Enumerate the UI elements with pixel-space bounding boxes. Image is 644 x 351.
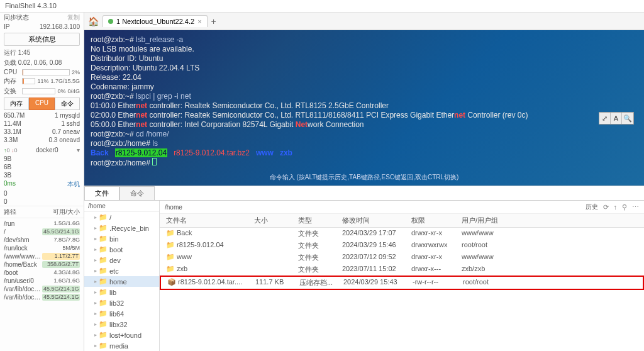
home-icon[interactable]: 🏠	[88, 16, 99, 26]
disk-row[interactable]: /45.5G/214.1G	[0, 228, 84, 236]
chevron-down-icon[interactable]: ▾	[77, 147, 80, 153]
disk-row[interactable]: /run1.5G/1.6G	[0, 220, 84, 228]
tree-item[interactable]: ▸📁etc	[84, 265, 159, 276]
refresh-icon[interactable]: ⟳	[603, 203, 609, 211]
folder-icon: 📁	[99, 256, 108, 264]
tree-item[interactable]: ▸📁/	[84, 212, 159, 223]
net-row: ↑0 ↓0 docker0 ▾	[0, 145, 84, 155]
expand-icon[interactable]: ⤢	[599, 113, 611, 124]
disk-row[interactable]: /home/Back358.8G/2.7T	[0, 260, 84, 269]
more-icon[interactable]: ⋯	[632, 203, 639, 211]
font-icon[interactable]: A	[611, 113, 622, 124]
net-arrows: ↑0 ↓0	[4, 147, 18, 153]
folder-icon: 📁	[99, 331, 108, 339]
current-path: /home	[165, 204, 580, 211]
add-tab-button[interactable]: +	[211, 16, 216, 26]
ip-value: 192.168.3.100	[40, 23, 80, 30]
col-perm[interactable]: 权限	[411, 216, 462, 225]
mem-row: 内存 11% 1.7G/15.5G	[0, 76, 84, 86]
lower-tabs: 文件 命令	[84, 186, 644, 200]
title-bar: FinalShell 4.3.10	[0, 0, 644, 13]
disk-row[interactable]: /run/lock5M/5M	[0, 244, 84, 252]
proc-row: 11.4M1 sshd	[4, 120, 80, 128]
up-icon[interactable]: ↑	[614, 203, 618, 211]
lower-panel: 文件 命令 /home ▸📁/▸📁.Recycle_bin▸📁bin▸📁boot…	[84, 186, 644, 351]
folder-icon: 📁	[99, 277, 108, 286]
filter-icon[interactable]: ⚲	[622, 203, 627, 211]
folder-icon: 📁	[166, 265, 175, 272]
disk-header: 路径 可用/大小	[0, 206, 84, 218]
tab-command[interactable]: 命令	[119, 186, 155, 200]
history-label[interactable]: 历史	[586, 203, 598, 211]
folder-icon: 📁	[99, 342, 108, 350]
content: 🏠 1 Nextcloud_Ubunt22.4.2 × + root@zxb:~…	[84, 13, 644, 351]
folder-icon: 📁	[99, 309, 108, 318]
disk-row[interactable]: /var/lib/dock...45.5G/214.1G	[0, 285, 84, 293]
tree-item[interactable]: ▸📁bin	[84, 233, 159, 244]
mem-bar	[22, 78, 35, 84]
chevron-right-icon: ▸	[94, 289, 97, 295]
tree-item[interactable]: ▸📁lib	[84, 287, 159, 298]
tree-item[interactable]: ▸📁home	[84, 276, 159, 287]
col-owner[interactable]: 用户/用户组	[462, 216, 512, 225]
terminal[interactable]: root@zxb:~# lsb_release -a No LSB module…	[84, 30, 644, 186]
col-mtime[interactable]: 修改时间	[342, 216, 411, 225]
col-name[interactable]: 文件名	[160, 216, 254, 225]
proc-row: 33.1M0.7 oneav	[4, 128, 80, 136]
cpu-pct: 2%	[72, 69, 80, 75]
tree-item[interactable]: ▸📁lib64	[84, 308, 159, 319]
disk-col-size: 可用/大小	[42, 208, 80, 216]
file-row[interactable]: 📁www文件夹2023/07/12 09:52drwxr-xr-xwww/www	[160, 252, 644, 264]
tab-file[interactable]: 文件	[84, 186, 119, 200]
tree-item[interactable]: ▸📁libx32	[84, 319, 159, 330]
copy-label[interactable]: 复制	[67, 13, 80, 22]
chevron-right-icon: ▸	[94, 236, 97, 242]
tree-item[interactable]: ▸📁lib32	[84, 298, 159, 308]
mem-label: 内存	[4, 77, 20, 86]
session-tab[interactable]: 1 Nextcloud_Ubunt22.4.2 ×	[103, 15, 208, 27]
ping-row: 0ms 本机	[0, 179, 84, 189]
file-row[interactable]: 📦r8125-9.012.04.tar....111.7 KB压缩存档...20…	[160, 276, 644, 290]
main: 同步状态 复制 IP 192.168.3.100 系统信息 运行 1:45 负载…	[0, 13, 644, 351]
host: 本机	[67, 180, 80, 189]
tree-item[interactable]: ▸📁dev	[84, 255, 159, 265]
disk-row[interactable]: /run/user/01.6G/1.6G	[0, 277, 84, 285]
search-icon[interactable]: 🔍	[622, 113, 633, 124]
tab-cmd[interactable]: 命令	[55, 98, 80, 110]
file-row[interactable]: 📁r8125-9.012.04文件夹2024/03/29 15:46drwxrw…	[160, 240, 644, 252]
tab-cpu[interactable]: CPU	[29, 98, 54, 110]
close-icon[interactable]: ×	[197, 18, 201, 25]
file-header: 文件名 大小 类型 修改时间 权限 用户/用户组	[160, 214, 644, 228]
cpu-bar	[22, 69, 70, 75]
tree-item[interactable]: ▸📁media	[84, 340, 159, 351]
app-title: FinalShell 4.3.10	[5, 2, 57, 9]
process-list: 650.7M1 mysqld 11.4M1 sshd 33.1M0.7 onea…	[0, 110, 84, 145]
disk-row[interactable]: /dev/shm7.8G/7.8G	[0, 236, 84, 244]
folder-icon: 📁	[99, 213, 108, 221]
ip-label: IP	[4, 23, 9, 30]
file-row[interactable]: 📁zxb文件夹2023/07/11 15:02drwxr-x---zxb/zxb	[160, 264, 644, 276]
col-type[interactable]: 类型	[298, 216, 342, 225]
disk-row[interactable]: /www/wwwro...1.1T/2.7T	[0, 252, 84, 260]
disk-row[interactable]: /boot4.3G/4.8G	[0, 269, 84, 277]
tree-item[interactable]: ▸📁.Recycle_bin	[84, 223, 159, 233]
chevron-right-icon: ▸	[94, 225, 97, 231]
chevron-right-icon: ▸	[94, 214, 97, 220]
tab-mem[interactable]: 内存	[4, 98, 29, 110]
cpu-label: CPU	[4, 69, 20, 75]
tree-item[interactable]: ▸📁lost+found	[84, 330, 159, 340]
swap-row: 交换 0% 0/4G	[0, 86, 84, 96]
net-name: docker0	[36, 147, 58, 153]
swap-txt: 0/4G	[67, 88, 80, 94]
tree-item[interactable]: ▸📁boot	[84, 244, 159, 255]
col-size[interactable]: 大小	[254, 216, 298, 225]
terminal-toolbar: ⤢ A 🔍	[599, 112, 634, 125]
chevron-right-icon: ▸	[94, 321, 97, 327]
mem-pct: 11%	[37, 78, 48, 84]
disk-row[interactable]: /var/lib/dock...45.5G/214.1G	[0, 293, 84, 301]
sync-row: 同步状态 复制	[0, 13, 84, 23]
sysinfo-button[interactable]: 系统信息	[4, 33, 80, 46]
lower-body: /home ▸📁/▸📁.Recycle_bin▸📁bin▸📁boot▸📁dev▸…	[84, 200, 644, 351]
file-row[interactable]: 📁Back文件夹2024/03/29 17:07drwxr-xr-xwww/ww…	[160, 228, 644, 240]
sync-label: 同步状态	[4, 13, 29, 22]
